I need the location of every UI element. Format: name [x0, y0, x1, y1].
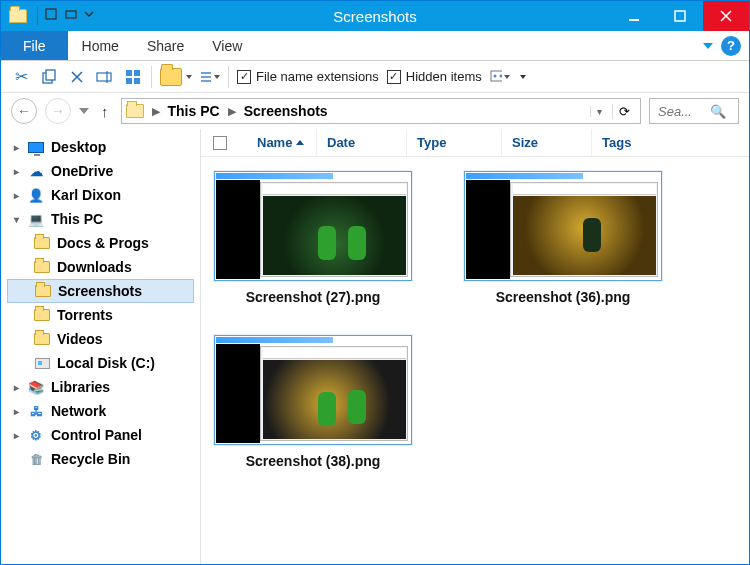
- svg-rect-14: [126, 78, 132, 84]
- column-name[interactable]: Name: [247, 129, 317, 156]
- navigation-tree[interactable]: ▸Desktop ▸☁OneDrive ▸👤Karl Dixon ▾💻This …: [1, 129, 201, 565]
- help-button[interactable]: ?: [721, 36, 741, 56]
- file-thumbnail: [214, 335, 412, 445]
- svg-rect-15: [134, 78, 140, 84]
- tab-share[interactable]: Share: [133, 31, 198, 60]
- file-item[interactable]: Screenshot (27).png: [213, 171, 413, 305]
- tab-home[interactable]: Home: [68, 31, 133, 60]
- breadcrumb-separator-icon[interactable]: ▶: [224, 105, 240, 118]
- file-thumbnail: [464, 171, 662, 281]
- hidden-items-label: Hidden items: [406, 69, 482, 84]
- tree-onedrive[interactable]: ▸☁OneDrive: [7, 159, 200, 183]
- qat-button[interactable]: [64, 7, 78, 25]
- file-thumbnail: [214, 171, 412, 281]
- svg-point-20: [493, 74, 496, 77]
- file-name: Screenshot (36).png: [496, 289, 631, 305]
- svg-rect-0: [46, 9, 56, 19]
- tree-torrents[interactable]: Torrents: [7, 303, 200, 327]
- breadcrumb-segment[interactable]: Screenshots: [244, 103, 328, 119]
- breadcrumb-segment[interactable]: This PC: [168, 103, 220, 119]
- tree-docs[interactable]: Docs & Progs: [7, 231, 200, 255]
- layout-tiles-icon[interactable]: [123, 67, 143, 87]
- ribbon-row: ✂ ✓File name extensions ✓Hidden items: [1, 61, 749, 93]
- tree-user[interactable]: ▸👤Karl Dixon: [7, 183, 200, 207]
- search-input[interactable]: [656, 103, 706, 120]
- breadcrumb-separator-icon[interactable]: ▶: [148, 105, 164, 118]
- svg-rect-7: [46, 70, 55, 80]
- forward-button[interactable]: →: [45, 98, 71, 124]
- ribbon-tabs: File Home Share View ?: [1, 31, 749, 61]
- column-headers: Name Date Type Size Tags: [201, 129, 749, 157]
- recent-locations-dropdown[interactable]: [79, 108, 89, 114]
- column-tags[interactable]: Tags: [592, 129, 749, 156]
- tree-libraries[interactable]: ▸📚Libraries: [7, 375, 200, 399]
- cut-icon[interactable]: ✂: [11, 67, 31, 87]
- column-date[interactable]: Date: [317, 129, 407, 156]
- qat-dropdown[interactable]: [84, 7, 94, 25]
- file-item[interactable]: Screenshot (38).png: [213, 335, 413, 469]
- hidden-items-checkbox[interactable]: ✓Hidden items: [387, 69, 482, 84]
- tree-videos[interactable]: Videos: [7, 327, 200, 351]
- list-options-icon[interactable]: [200, 67, 220, 87]
- up-button[interactable]: ↑: [97, 103, 113, 120]
- file-tab[interactable]: File: [1, 31, 68, 60]
- column-size[interactable]: Size: [502, 129, 592, 156]
- svg-rect-13: [134, 70, 140, 76]
- svg-rect-3: [675, 11, 685, 21]
- column-type[interactable]: Type: [407, 129, 502, 156]
- file-extensions-label: File name extensions: [256, 69, 379, 84]
- options-icon[interactable]: [490, 67, 510, 87]
- minimize-button[interactable]: [611, 1, 657, 31]
- new-folder-button[interactable]: [160, 68, 192, 86]
- content-pane: Name Date Type Size Tags Screenshot (27)…: [201, 129, 749, 565]
- svg-point-21: [499, 74, 502, 77]
- window-folder-icon: [9, 9, 27, 23]
- ribbon-expand-icon[interactable]: [703, 43, 713, 49]
- file-name: Screenshot (38).png: [246, 453, 381, 469]
- tree-controlpanel[interactable]: ▸⚙Control Panel: [7, 423, 200, 447]
- address-dropdown-icon[interactable]: ▾: [590, 106, 608, 117]
- select-all-checkbox[interactable]: [213, 136, 227, 150]
- tree-downloads[interactable]: Downloads: [7, 255, 200, 279]
- copy-icon[interactable]: [39, 67, 59, 87]
- svg-rect-1: [66, 11, 76, 18]
- file-name: Screenshot (27).png: [246, 289, 381, 305]
- address-bar[interactable]: ▶ This PC ▶ Screenshots ▾ ⟳: [121, 98, 642, 124]
- back-button[interactable]: ←: [11, 98, 37, 124]
- tree-localdisk[interactable]: Local Disk (C:): [7, 351, 200, 375]
- files-grid[interactable]: Screenshot (27).png Screenshot (36).png …: [201, 157, 749, 483]
- title-bar: Screenshots: [1, 1, 749, 31]
- close-button[interactable]: [703, 1, 749, 31]
- svg-rect-12: [126, 70, 132, 76]
- tree-desktop[interactable]: ▸Desktop: [7, 135, 200, 159]
- search-icon: 🔍: [710, 104, 726, 119]
- tree-recyclebin[interactable]: 🗑Recycle Bin: [7, 447, 200, 471]
- quick-access-toolbar: [37, 7, 94, 25]
- qat-button[interactable]: [44, 7, 58, 25]
- tab-view[interactable]: View: [198, 31, 256, 60]
- navigation-row: ← → ↑ ▶ This PC ▶ Screenshots ▾ ⟳ 🔍: [1, 93, 749, 129]
- rename-icon[interactable]: [95, 67, 115, 87]
- file-item[interactable]: Screenshot (36).png: [463, 171, 663, 305]
- tree-thispc[interactable]: ▾💻This PC: [7, 207, 200, 231]
- file-extensions-checkbox[interactable]: ✓File name extensions: [237, 69, 379, 84]
- address-folder-icon: [126, 104, 144, 118]
- search-box[interactable]: 🔍: [649, 98, 739, 124]
- tree-screenshots[interactable]: Screenshots: [7, 279, 194, 303]
- more-dropdown-icon[interactable]: [520, 75, 526, 79]
- svg-rect-10: [97, 73, 111, 81]
- delete-icon[interactable]: [67, 67, 87, 87]
- refresh-button[interactable]: ⟳: [612, 104, 636, 119]
- maximize-button[interactable]: [657, 1, 703, 31]
- tree-network[interactable]: ▸🖧Network: [7, 399, 200, 423]
